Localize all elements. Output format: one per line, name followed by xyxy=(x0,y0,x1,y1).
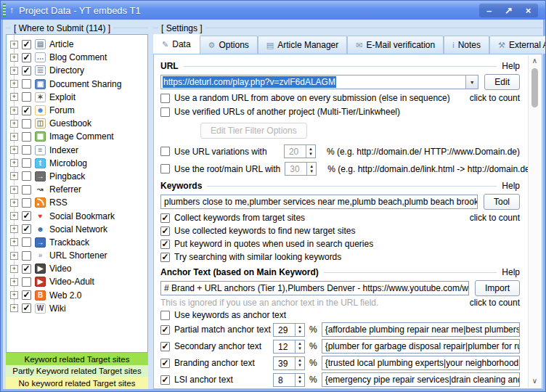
tree-item[interactable]: +tMicroblog xyxy=(9,157,147,170)
spinner-arrows[interactable]: ▲▼ xyxy=(306,163,316,175)
checkbox[interactable] xyxy=(22,158,31,168)
expander-icon[interactable]: + xyxy=(10,133,18,141)
url-variations-spinner[interactable]: 20 ▲▼ xyxy=(284,144,316,158)
expander-icon[interactable]: + xyxy=(10,225,18,233)
secondary-anchor-input[interactable]: {plumber for garbage disposal repair|plu… xyxy=(322,339,520,354)
anchor-click-to-count[interactable]: click to count xyxy=(470,298,520,308)
secondary-anchor-spinner[interactable]: 12▲▼ xyxy=(273,340,305,354)
expander-icon[interactable]: + xyxy=(10,304,18,312)
checkbox[interactable] xyxy=(22,251,31,261)
checkbox[interactable]: ✓ xyxy=(22,106,31,115)
expander-icon[interactable]: + xyxy=(10,107,18,115)
spinner-arrows[interactable]: ▲▼ xyxy=(295,374,304,386)
checkbox[interactable]: ✓ xyxy=(22,66,31,75)
maximize-button[interactable]: ↗ xyxy=(499,4,518,17)
keywords-click-to-count[interactable]: click to count xyxy=(470,213,520,223)
vertical-scrollbar[interactable]: ∧ ∨ xyxy=(528,55,541,388)
tree-item[interactable]: +✓☻Social Network xyxy=(9,223,147,236)
root-url-spinner[interactable]: 30 ▲▼ xyxy=(285,162,317,176)
anchor-help-link[interactable]: Help xyxy=(502,267,520,277)
tab-notes[interactable]: iNotes xyxy=(444,36,489,54)
scroll-down-icon[interactable]: ∨ xyxy=(532,377,537,386)
lsi-anchor-checkbox[interactable]: ✓ xyxy=(160,375,170,385)
expander-icon[interactable]: + xyxy=(10,172,18,180)
spinner-arrows[interactable]: ▲▼ xyxy=(295,357,304,369)
keyword-quotes-checkbox[interactable]: ✓ xyxy=(160,240,170,249)
expander-icon[interactable]: + xyxy=(10,238,18,246)
collect-keywords-checkbox[interactable]: ✓ xyxy=(160,213,170,223)
tree-item[interactable]: +✓BWeb 2.0 xyxy=(9,289,147,302)
tree-item[interactable]: +✓WWiki xyxy=(9,302,147,315)
tab-external-apis[interactable]: ⚒External APIs xyxy=(489,36,546,54)
checkbox[interactable] xyxy=(22,277,31,287)
keywords-tool-button[interactable]: Tool xyxy=(484,194,520,210)
similar-keywords-checkbox[interactable]: ✓ xyxy=(160,253,170,262)
checkbox[interactable] xyxy=(22,119,31,128)
engine-tree[interactable]: +✓▤Article +✓…Blog Comment +✓☰Directory … xyxy=(6,34,148,353)
tree-item[interactable]: +▣Document Sharing xyxy=(9,78,147,91)
close-button[interactable]: × xyxy=(518,4,538,17)
tree-item[interactable]: +◫Guestbook xyxy=(9,117,147,130)
spinner-arrows[interactable]: ▲▼ xyxy=(306,145,315,158)
checkbox[interactable]: ✓ xyxy=(22,53,31,62)
branding-anchor-checkbox[interactable]: ✓ xyxy=(160,359,170,368)
checkbox[interactable] xyxy=(22,171,31,181)
tree-item[interactable]: +≡Indexer xyxy=(9,144,147,157)
tab-options[interactable]: ⚙Options xyxy=(200,36,258,54)
scrollbar-thumb[interactable] xyxy=(531,68,538,107)
tree-item[interactable]: +→Trackback xyxy=(9,236,147,249)
expander-icon[interactable]: + xyxy=(10,159,18,167)
url-dropdown-button[interactable]: ▼ xyxy=(465,75,478,89)
url-combo-input[interactable]: https://deturl.com/play.php?v=zvlF6dALAG… xyxy=(160,75,478,89)
expander-icon[interactable]: + xyxy=(10,120,18,128)
branding-anchor-input[interactable]: {trusted local plumbing experts|your nei… xyxy=(322,356,520,370)
secondary-anchor-checkbox[interactable]: ✓ xyxy=(160,342,170,351)
url-value[interactable]: https://deturl.com/play.php?v=zvlF6dALAG… xyxy=(163,76,336,88)
expander-icon[interactable]: + xyxy=(10,291,18,299)
anchor-import-button[interactable]: Import xyxy=(475,280,520,296)
checkbox[interactable]: ✓ xyxy=(22,264,31,274)
tree-item[interactable]: +✶Exploit xyxy=(9,91,147,104)
tree-item[interactable]: +✓▶Video xyxy=(9,262,147,275)
collected-keywords-checkbox[interactable]: ✓ xyxy=(160,226,170,236)
anchor-text-input[interactable]: # Brand + URL anchors (Tier 1),Plumbers … xyxy=(160,281,469,295)
expander-icon[interactable]: + xyxy=(10,67,18,75)
tree-item[interactable]: +↝Referrer xyxy=(9,183,147,196)
checkbox[interactable]: ✓ xyxy=(22,211,31,221)
checkbox[interactable]: ✓ xyxy=(22,303,31,313)
tree-item[interactable]: +✓☻Forum xyxy=(9,104,147,117)
minimize-button[interactable]: – xyxy=(479,4,499,17)
tree-item[interactable]: +✓…Blog Comment xyxy=(9,51,147,64)
keywords-help-link[interactable]: Help xyxy=(502,181,520,191)
expander-icon[interactable]: + xyxy=(10,252,18,260)
expander-icon[interactable]: + xyxy=(10,146,18,154)
tree-item[interactable]: +→Pingback xyxy=(9,170,147,183)
checkbox[interactable] xyxy=(22,198,31,208)
tab-article-manager[interactable]: ▤Article Manager xyxy=(258,36,347,54)
keywords-input[interactable]: plumbers close to me,plumber services ne… xyxy=(160,195,478,209)
spinner-arrows[interactable]: ▲▼ xyxy=(295,324,304,336)
branding-anchor-spinner[interactable]: 39▲▼ xyxy=(273,356,305,370)
partial-match-input[interactable]: {affordable plumbing repair near me|best… xyxy=(322,322,520,337)
scroll-up-icon[interactable]: ∧ xyxy=(532,57,537,66)
lsi-anchor-spinner[interactable]: 8▲▼ xyxy=(273,373,305,387)
random-url-checkbox[interactable] xyxy=(160,94,170,103)
tab-email-verification[interactable]: ✉E-Mail verification xyxy=(347,36,444,54)
url-edit-button[interactable]: Edit xyxy=(484,74,520,90)
url-help-link[interactable]: Help xyxy=(502,61,520,71)
keywords-as-anchor-checkbox[interactable] xyxy=(160,311,170,320)
checkbox[interactable] xyxy=(22,237,31,247)
lsi-anchor-input[interactable]: {emergency pipe repair services|drain cl… xyxy=(322,372,520,387)
root-url-checkbox[interactable] xyxy=(160,164,170,173)
checkbox[interactable] xyxy=(22,79,31,89)
partial-match-spinner[interactable]: 29▲▼ xyxy=(273,323,305,337)
checkbox[interactable] xyxy=(22,185,31,195)
checkbox[interactable]: ✓ xyxy=(22,224,31,234)
url-click-to-count[interactable]: click to count xyxy=(470,93,520,103)
expander-icon[interactable]: + xyxy=(10,93,18,101)
expander-icon[interactable]: + xyxy=(10,41,18,49)
checkbox[interactable] xyxy=(22,92,31,102)
expander-icon[interactable]: + xyxy=(10,278,18,286)
checkbox[interactable] xyxy=(22,145,31,155)
tree-item[interactable]: +▦Image Comment xyxy=(9,130,147,143)
